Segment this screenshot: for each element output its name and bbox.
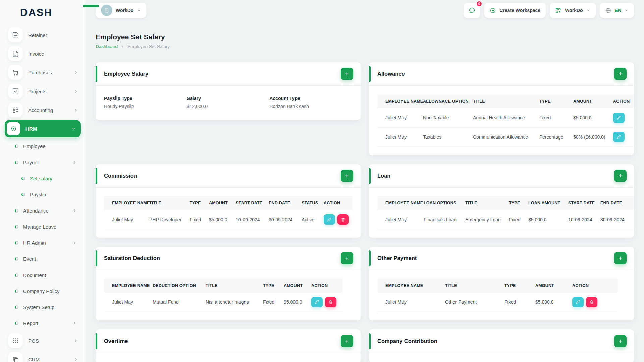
accent-bar: [96, 333, 97, 349]
plus-icon: [344, 71, 350, 76]
accent-bar: [369, 250, 371, 266]
sidebar-item-system-setup[interactable]: System Setup: [0, 299, 86, 315]
delete-button[interactable]: [586, 297, 597, 307]
trash-icon: [328, 300, 333, 304]
sidebar-item-document[interactable]: Document: [0, 267, 86, 283]
edit-button[interactable]: [324, 214, 335, 225]
table-row: Juliet MayOther PaymentFixed$5,000.0: [377, 293, 618, 312]
breadcrumb-current: Employee Set Salary: [127, 44, 170, 49]
table-cell: Mutual Fund: [149, 293, 202, 312]
table-cell: Fixed: [505, 210, 525, 229]
sidebar-item-label: Purchases: [28, 70, 52, 75]
company-contribution-card: Company Contribution: [369, 329, 634, 362]
add-employee-salary-button[interactable]: [341, 68, 353, 80]
sidebar-item-set-salary[interactable]: Set salary: [0, 170, 86, 186]
sidebar-item-label: Accounting: [28, 107, 53, 113]
sidebar-item-label: Payroll: [23, 160, 39, 165]
sidebar-item-manage-leave[interactable]: Manage Leave: [0, 219, 86, 235]
app-root: DASH RetainerInvoicePurchasesProjectsAcc…: [0, 0, 644, 362]
sidebar-item-label: POS: [28, 338, 39, 344]
table-cell: $5,000.0: [532, 293, 569, 312]
sidebar-item-purchases[interactable]: Purchases: [0, 63, 86, 82]
sidebar-item-label: Payslip: [30, 192, 46, 197]
add-other-payment-button[interactable]: [614, 252, 627, 264]
sidebar-item-payroll[interactable]: Payroll: [0, 154, 86, 170]
column-header: START DATE: [232, 196, 265, 210]
column-header: EMPLOYEE NAME: [104, 196, 146, 210]
card-title: Overtime: [104, 338, 128, 344]
table-header-row: EMPLOYEE NAMEALLOWNACE OPTIONTITLETYPEAM…: [377, 94, 634, 108]
table-cell: Communication Allowance: [470, 127, 536, 146]
plus-icon: [618, 173, 623, 178]
table-cell: Nisi a tenetur magna: [202, 293, 260, 312]
table-row: Juliet MayNon TaxableAnnual Health Allow…: [377, 108, 634, 127]
sidebar-item-pos[interactable]: POS: [0, 331, 86, 350]
accent-bar: [96, 250, 97, 266]
edit-button[interactable]: [613, 113, 625, 123]
app-menu-button[interactable]: WorkDo: [550, 3, 595, 18]
bullet-icon: [15, 273, 18, 277]
sidebar-item-crm[interactable]: CRM: [0, 350, 86, 362]
sidebar-item-invoice[interactable]: Invoice: [0, 44, 86, 63]
sidebar-item-hrm[interactable]: HRM: [5, 120, 81, 137]
table-cell: Juliet May: [104, 293, 149, 312]
loan-table: EMPLOYEE NAMELOAN OPTIONSTITLETYPELOAN A…: [377, 196, 634, 230]
sidebar-item-report[interactable]: Report: [0, 315, 86, 331]
commission-card: Commission EMPLOYEE NAMETITLETYPEAMOUNTS…: [96, 164, 361, 238]
add-saturation-deduction-button[interactable]: [341, 252, 353, 264]
language-label: EN: [615, 8, 621, 13]
trash-icon: [341, 217, 345, 222]
cards-grid: Employee Salary Payslip Type Hourly Pays…: [96, 62, 634, 362]
plus-icon: [344, 339, 350, 344]
card-header: Overtime: [96, 329, 361, 353]
table-header-row: EMPLOYEE NAMETITLETYPEAMOUNTSTART DATEEN…: [104, 196, 352, 210]
sidebar-item-hr-admin[interactable]: HR Admin: [0, 235, 86, 251]
sidebar-nav: RetainerInvoicePurchasesProjectsAccounti…: [0, 25, 86, 362]
add-commission-button[interactable]: [341, 170, 353, 182]
column-header: END DATE: [265, 196, 298, 210]
card-title: Loan: [377, 173, 390, 179]
sidebar-item-attendance[interactable]: Attendance: [0, 202, 86, 219]
column-header: EMPLOYEE NAME: [104, 279, 149, 293]
table-cell: Non Taxable: [420, 108, 470, 127]
table-cell: Juliet May: [377, 293, 442, 312]
delete-button[interactable]: [325, 297, 336, 307]
bullet-icon: [15, 305, 18, 309]
brand-logo[interactable]: DASH: [0, 0, 86, 25]
action-cell: [320, 210, 352, 229]
card-title: Company Contribution: [377, 338, 437, 344]
sidebar-item-accounting[interactable]: Accounting: [0, 101, 86, 119]
accent-bar: [369, 333, 371, 349]
saturation-deduction-card: Saturation Deduction EMPLOYEE NAMEDEDUCT…: [96, 247, 361, 320]
table-cell: Percentage: [536, 127, 570, 146]
add-allowance-button[interactable]: [614, 68, 627, 80]
edit-button[interactable]: [613, 132, 625, 142]
delete-button[interactable]: [337, 214, 349, 225]
add-company-contribution-button[interactable]: [614, 335, 627, 347]
save-icon: [8, 27, 23, 42]
add-loan-button[interactable]: [614, 170, 627, 182]
sidebar-item-retainer[interactable]: Retainer: [0, 25, 86, 44]
globe-icon: [605, 7, 611, 14]
sidebar-item-projects[interactable]: Projects: [0, 82, 86, 101]
messenger-button[interactable]: 0: [464, 3, 480, 18]
breadcrumb-dashboard-link[interactable]: Dashboard: [96, 44, 118, 49]
table-row: Juliet MayFinancials LoanEmergency LoanF…: [377, 210, 634, 229]
create-workspace-button[interactable]: Create Workspace: [484, 3, 546, 18]
app-menu-label: WorkDo: [565, 8, 583, 13]
sidebar-item-event[interactable]: Event: [0, 251, 86, 267]
loan-card: Loan EMPLOYEE NAMELOAN OPTIONSTITLETYPEL…: [369, 164, 634, 238]
sidebar-item-employee[interactable]: Employee: [0, 138, 86, 154]
sidebar-item-company-policy[interactable]: Company Policy: [0, 283, 86, 299]
edit-button[interactable]: [572, 297, 584, 307]
sidebar-item-payslip[interactable]: Payslip: [0, 186, 86, 202]
language-selector[interactable]: EN: [600, 3, 634, 18]
edit-button[interactable]: [311, 297, 323, 307]
sidebar-item-label: Projects: [28, 88, 46, 94]
table-cell: Other Payment: [442, 293, 501, 312]
add-overtime-button[interactable]: [341, 335, 353, 347]
table-cell: Active: [298, 210, 320, 229]
pencil-icon: [576, 300, 580, 304]
workspace-switcher[interactable]: WorkDo: [96, 3, 146, 18]
table-cell: 10-09-2024: [232, 210, 265, 229]
